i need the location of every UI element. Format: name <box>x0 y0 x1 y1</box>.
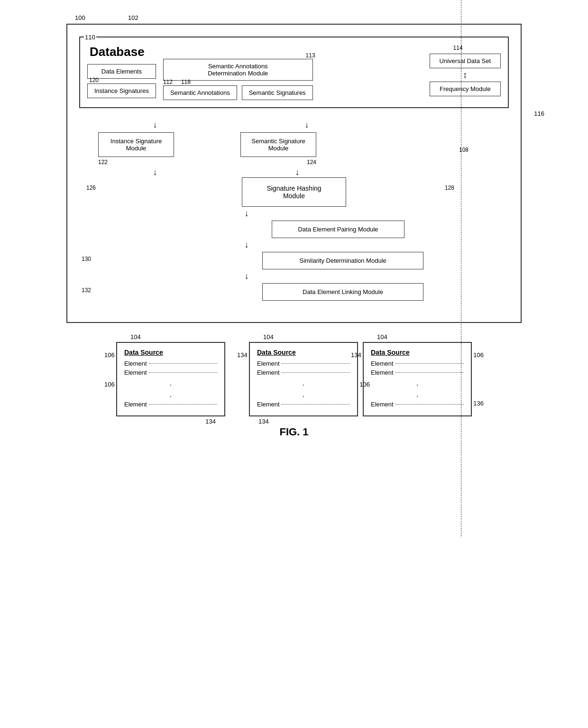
dotted-4 <box>282 363 350 364</box>
data-source-2-title: Data Source <box>257 349 350 356</box>
arrow-from-instance: ↓ <box>117 120 193 130</box>
element-2-1: Element <box>257 360 350 367</box>
ref-134-left: 134 <box>237 351 248 359</box>
dots-3: . <box>257 379 350 387</box>
linking-box: Data Element Linking Module <box>262 283 423 301</box>
fig-label: FIG. 1 <box>19 426 569 438</box>
arrow-pair-to-sim: ↓ <box>79 240 509 250</box>
dotted-5 <box>282 372 350 373</box>
element-2-2: Element <box>257 369 350 376</box>
data-source-3-title: Data Source <box>371 349 464 356</box>
element-1-3: Element <box>124 401 217 408</box>
dotted-7 <box>395 363 464 364</box>
element-3-1: Element <box>371 360 464 367</box>
dotted-3 <box>149 404 217 405</box>
dots-6: . <box>371 390 464 399</box>
dotted-8 <box>395 372 464 373</box>
bottom-diagram: 104 106 106 Data Source Element Element … <box>66 342 522 416</box>
element-3-2: Element <box>371 369 464 376</box>
ref-114: 114 <box>453 45 463 51</box>
dots-2: . <box>124 390 217 399</box>
ref-120: 120 <box>89 77 99 83</box>
ref-106-1: 106 <box>104 351 115 359</box>
top-diagram: 100 102 116 110 Database Data Elements <box>66 14 522 323</box>
ref-126: 126 <box>86 184 96 191</box>
similarity-box: Similarity Determination Module <box>262 252 423 269</box>
dotted-1 <box>149 363 217 364</box>
sig-hashing-box: Signature HashingModule <box>242 177 346 207</box>
ref-132: 132 <box>82 287 91 294</box>
pairing-box: Data Element Pairing Module <box>272 221 404 238</box>
sem-sig-box: Semantic Signatures <box>242 85 313 100</box>
element-1-1: Element <box>124 360 217 367</box>
instance-signatures-box: Instance Signatures <box>87 83 156 98</box>
ref-136: 136 <box>473 400 484 407</box>
ref-104-1: 104 <box>130 333 141 341</box>
arrow-inst-to-hash: ↓ <box>131 167 179 177</box>
arrow-sem-to-hash: ↓ <box>274 167 321 177</box>
ref-102: 102 <box>128 14 138 21</box>
element-3-3: Element <box>371 401 464 408</box>
ref-110: 110 <box>84 34 96 41</box>
page-container: 100 102 116 110 Database Data Elements <box>0 0 588 728</box>
ref-112: 112 <box>163 79 173 85</box>
ref-116: 116 <box>534 110 544 117</box>
ref-124: 124 <box>307 159 316 166</box>
ref-122: 122 <box>98 159 108 166</box>
element-1-2: Element <box>124 369 217 376</box>
ref-128: 128 <box>445 184 454 191</box>
dotted-9 <box>395 404 464 405</box>
ref-108: 108 <box>459 147 469 153</box>
ref-118: 118 <box>181 79 191 85</box>
dotted-6 <box>282 404 350 405</box>
dotted-2 <box>149 372 217 373</box>
database-box: 110 Database Data Elements 120 Instance … <box>79 37 509 108</box>
data-source-1-title: Data Source <box>124 349 217 356</box>
ref-106-4: 106 <box>473 351 484 359</box>
arrow-from-semantic: ↓ <box>269 120 345 130</box>
dots-5: . <box>371 379 464 387</box>
dots-1: . <box>124 379 217 387</box>
ref-134-right: 134 <box>351 351 361 359</box>
arrow-sim-to-link: ↓ <box>79 271 509 281</box>
ref-104-2: 104 <box>263 333 274 341</box>
database-title: Database <box>87 45 156 59</box>
ref-100: 100 <box>75 14 85 21</box>
sem-ann-box: Semantic Annotations <box>163 85 237 100</box>
ref-106-2: 106 <box>104 381 115 388</box>
ref-134-1: 134 <box>205 418 216 425</box>
data-source-1: Data Source Element Element . . Element <box>116 342 225 416</box>
universal-box: Universal Data Set <box>430 54 501 68</box>
data-source-2: Data Source Element Element . . Element <box>249 342 358 416</box>
bidirectional-arrow: ↕ <box>463 71 467 79</box>
ref-130: 130 <box>82 256 91 262</box>
arrow-hash-to-pair: ↓ <box>79 209 509 219</box>
ref-113: 113 <box>306 52 315 59</box>
sem-ann-module-box: Semantic AnnotationsDetermination Module <box>163 59 313 81</box>
data-source-3: Data Source Element Element . . Element <box>363 342 472 416</box>
ref-104-3: 104 <box>377 333 387 341</box>
ref-134-2: 134 <box>258 418 269 425</box>
frequency-box: Frequency Module <box>430 82 501 96</box>
semantic-sig-module: Semantic SignatureModule <box>240 132 316 157</box>
element-2-3: Element <box>257 401 350 408</box>
instance-sig-module: Instance SignatureModule <box>98 132 174 157</box>
dots-4: . <box>257 390 350 399</box>
